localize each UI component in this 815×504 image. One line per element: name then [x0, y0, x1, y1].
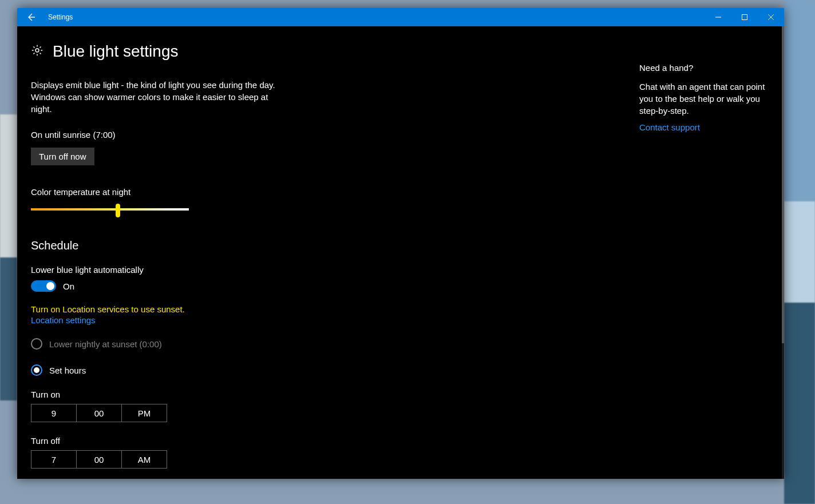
- contact-support-link[interactable]: Contact support: [639, 122, 700, 132]
- minimize-icon: [715, 14, 721, 20]
- radio-dot: [34, 367, 39, 373]
- color-temp-label: Color temperature at night: [31, 187, 452, 197]
- turn-on-minute[interactable]: 00: [77, 404, 122, 422]
- svg-rect-1: [742, 15, 747, 20]
- radio-set-hours-button[interactable]: [31, 364, 42, 376]
- back-button[interactable]: [17, 8, 45, 26]
- turn-off-now-button[interactable]: Turn off now: [31, 148, 94, 165]
- turn-off-minute[interactable]: 00: [77, 450, 122, 469]
- toggle-state-label: On: [63, 281, 74, 291]
- location-warning: Turn on Location services to use sunset.: [31, 304, 452, 314]
- turn-off-hour[interactable]: 7: [31, 450, 77, 469]
- turn-off-time-picker: 7 00 AM: [31, 450, 167, 469]
- turn-on-time-picker: 9 00 PM: [31, 404, 167, 422]
- radio-sunset-label: Lower nightly at sunset (0:00): [49, 339, 162, 349]
- close-icon: [768, 14, 774, 20]
- window-controls: [705, 8, 784, 26]
- schedule-heading: Schedule: [31, 239, 452, 252]
- page-description: Displays emit blue light - the kind of l…: [31, 79, 277, 115]
- radio-set-hours-label: Set hours: [49, 366, 86, 375]
- page-header: Blue light settings: [31, 42, 452, 61]
- radio-sunset-button[interactable]: [31, 338, 42, 350]
- radio-sunset[interactable]: Lower nightly at sunset (0:00): [31, 338, 452, 350]
- auto-lower-toggle-row: On: [31, 280, 452, 292]
- desktop-background-right: [784, 0, 815, 504]
- content-area: Blue light settings Displays emit blue l…: [17, 26, 452, 479]
- radio-set-hours[interactable]: Set hours: [31, 364, 452, 376]
- slider-thumb[interactable]: [116, 204, 120, 217]
- gear-icon: [31, 44, 43, 59]
- minimize-button[interactable]: [705, 8, 731, 26]
- status-text: On until sunrise (7:00): [31, 130, 452, 140]
- app-title: Settings: [45, 13, 73, 21]
- titlebar: Settings: [17, 8, 784, 26]
- turn-on-period[interactable]: PM: [122, 404, 167, 422]
- svg-point-4: [35, 49, 39, 52]
- color-temp-slider[interactable]: [31, 204, 189, 215]
- turn-on-label: Turn on: [31, 390, 452, 399]
- desktop-background-left: [0, 114, 17, 400]
- auto-lower-label: Lower blue light automatically: [31, 265, 452, 275]
- maximize-icon: [742, 14, 747, 20]
- vertical-scrollbar[interactable]: [782, 26, 784, 479]
- page-title: Blue light settings: [53, 42, 178, 61]
- slider-track: [31, 208, 189, 211]
- turn-off-label: Turn off: [31, 436, 452, 446]
- location-settings-link[interactable]: Location settings: [31, 315, 96, 325]
- help-panel: Need a hand? Chat with an agent that can…: [639, 63, 768, 132]
- back-arrow-icon: [26, 13, 35, 22]
- settings-window: Settings Blue light set: [17, 8, 784, 479]
- help-title: Need a hand?: [639, 63, 768, 73]
- turn-off-period[interactable]: AM: [122, 450, 167, 469]
- help-description: Chat with an agent that can point you to…: [639, 81, 768, 117]
- maximize-button[interactable]: [731, 8, 758, 26]
- close-button[interactable]: [758, 8, 784, 26]
- turn-on-hour[interactable]: 9: [31, 404, 77, 422]
- toggle-knob: [46, 282, 54, 290]
- scrollbar-thumb[interactable]: [782, 26, 784, 343]
- window-body: Blue light settings Displays emit blue l…: [17, 26, 784, 479]
- auto-lower-toggle[interactable]: [31, 280, 56, 292]
